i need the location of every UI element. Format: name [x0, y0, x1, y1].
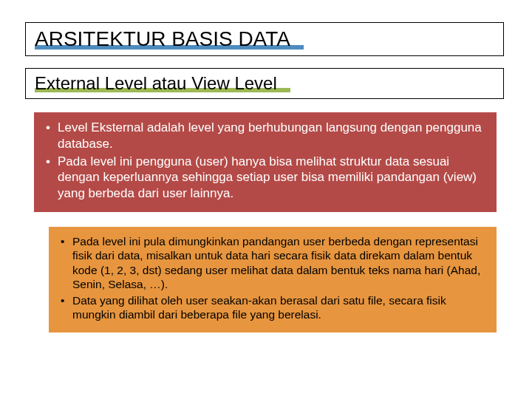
slide: ARSITEKTUR BASIS DATA External Level ata… — [0, 0, 532, 399]
list-item: Pada level ini pula dimungkinkan pandang… — [61, 234, 485, 292]
list-item: Level Eksternal adalah level yang berhub… — [46, 120, 485, 152]
slide-subtitle-text: External Level atau View Level — [35, 73, 290, 93]
title-wrap: ARSITEKTUR BASIS DATA — [35, 27, 304, 51]
subtitle-container: External Level atau View Level — [25, 68, 504, 99]
primary-bullet-list: Level Eksternal adalah level yang berhub… — [46, 120, 485, 202]
title-container: ARSITEKTUR BASIS DATA — [25, 22, 504, 56]
list-item: Data yang dilihat oleh user seakan-akan … — [61, 293, 485, 322]
secondary-content-box: Pada level ini pula dimungkinkan pandang… — [49, 227, 497, 332]
slide-title: ARSITEKTUR BASIS DATA — [35, 27, 304, 51]
list-item: Pada level ini pengguna (user) hanya bis… — [46, 154, 485, 202]
secondary-bullet-list: Pada level ini pula dimungkinkan pandang… — [61, 234, 485, 322]
primary-content-box: Level Eksternal adalah level yang berhub… — [34, 112, 497, 212]
slide-title-text: ARSITEKTUR BASIS DATA — [35, 27, 290, 50]
subtitle-wrap: External Level atau View Level — [35, 73, 290, 94]
